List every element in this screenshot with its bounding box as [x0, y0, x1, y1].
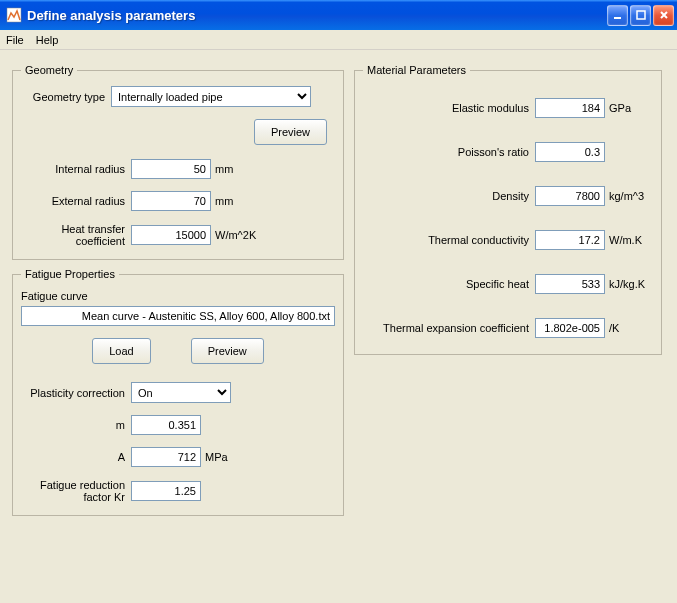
- htc-label: Heat transfer coefficient: [21, 223, 131, 247]
- geometry-preview-button[interactable]: Preview: [254, 119, 327, 145]
- a-unit: MPa: [201, 451, 228, 463]
- tc-unit: W/m.K: [605, 234, 653, 246]
- external-radius-unit: mm: [211, 195, 233, 207]
- krf-label: Fatigue reduction factor Kr: [21, 479, 131, 503]
- material-group: Material Parameters Elastic modulus GPa …: [354, 64, 662, 355]
- sh-unit: kJ/kg.K: [605, 278, 653, 290]
- menu-file[interactable]: File: [6, 34, 24, 46]
- poisson-input[interactable]: [535, 142, 605, 162]
- a-label: A: [21, 451, 131, 463]
- tec-label: Thermal expansion coefficient: [363, 322, 535, 334]
- minimize-button[interactable]: [607, 5, 628, 26]
- fatigue-preview-button[interactable]: Preview: [191, 338, 264, 364]
- sh-input[interactable]: [535, 274, 605, 294]
- elastic-input[interactable]: [535, 98, 605, 118]
- poisson-label: Poisson's ratio: [363, 146, 535, 158]
- plasticity-label: Plasticity correction: [21, 387, 131, 399]
- tec-unit: /K: [605, 322, 653, 334]
- fatigue-load-button[interactable]: Load: [92, 338, 150, 364]
- fatigue-curve-input[interactable]: [21, 306, 335, 326]
- window-controls: [607, 5, 674, 26]
- htc-input[interactable]: [131, 225, 211, 245]
- maximize-button[interactable]: [630, 5, 651, 26]
- svg-rect-1: [614, 17, 621, 19]
- fatigue-legend: Fatigue Properties: [21, 268, 119, 280]
- external-radius-label: External radius: [21, 195, 131, 207]
- krf-input[interactable]: [131, 481, 201, 501]
- material-legend: Material Parameters: [363, 64, 470, 76]
- m-label: m: [21, 419, 131, 431]
- internal-radius-label: Internal radius: [21, 163, 131, 175]
- m-input[interactable]: [131, 415, 201, 435]
- geometry-type-select[interactable]: Internally loaded pipe: [111, 86, 311, 107]
- external-radius-input[interactable]: [131, 191, 211, 211]
- geometry-legend: Geometry: [21, 64, 77, 76]
- menubar: File Help: [0, 30, 677, 50]
- svg-rect-2: [637, 11, 645, 19]
- geometry-type-label: Geometry type: [21, 91, 111, 103]
- fatigue-curve-label: Fatigue curve: [21, 290, 335, 302]
- close-button[interactable]: [653, 5, 674, 26]
- sh-label: Specific heat: [363, 278, 535, 290]
- app-icon: [6, 7, 22, 23]
- elastic-label: Elastic modulus: [363, 102, 535, 114]
- fatigue-group: Fatigue Properties Fatigue curve Load Pr…: [12, 268, 344, 516]
- density-unit: kg/m^3: [605, 190, 653, 202]
- tc-input[interactable]: [535, 230, 605, 250]
- window-title: Define analysis parameters: [27, 8, 607, 23]
- tec-input[interactable]: [535, 318, 605, 338]
- density-label: Density: [363, 190, 535, 202]
- client-area: Geometry Geometry type Internally loaded…: [0, 50, 677, 530]
- density-input[interactable]: [535, 186, 605, 206]
- geometry-group: Geometry Geometry type Internally loaded…: [12, 64, 344, 260]
- menu-help[interactable]: Help: [36, 34, 59, 46]
- titlebar: Define analysis parameters: [0, 0, 677, 30]
- plasticity-select[interactable]: On: [131, 382, 231, 403]
- elastic-unit: GPa: [605, 102, 653, 114]
- a-input[interactable]: [131, 447, 201, 467]
- htc-unit: W/m^2K: [211, 229, 256, 241]
- tc-label: Thermal conductivity: [363, 234, 535, 246]
- internal-radius-input[interactable]: [131, 159, 211, 179]
- internal-radius-unit: mm: [211, 163, 233, 175]
